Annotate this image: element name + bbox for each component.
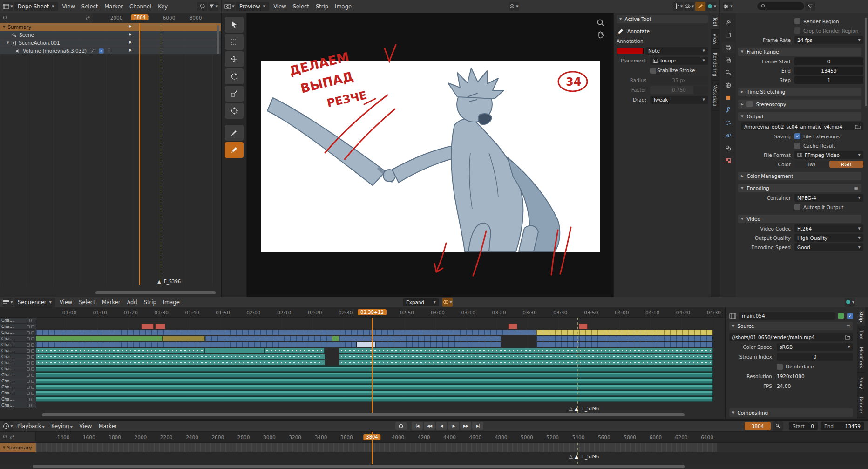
sequencer-timeline-area[interactable]: 01:0001:1001:2001:3001:4001:5002:0002:10…	[0, 307, 725, 419]
editor-type-button[interactable]: ▼	[3, 2, 13, 11]
channel-mute-icon[interactable]	[31, 374, 34, 377]
section-encoding[interactable]: ▼Encoding≡	[738, 184, 861, 192]
move-tool[interactable]	[225, 51, 244, 67]
preview-display-dropdown[interactable]: Preview▼	[236, 2, 269, 11]
object-tab-icon[interactable]	[722, 92, 735, 103]
properties-filter-icon[interactable]	[805, 2, 815, 11]
channel-lock-icon[interactable]	[27, 361, 30, 365]
cache-view-dropdown[interactable]: Expand▼	[403, 298, 439, 306]
sequencer-menu-select[interactable]: Select	[75, 298, 98, 307]
strip-blue[interactable]	[339, 336, 501, 341]
strip-teal[interactable]	[339, 354, 713, 360]
annotation-layer-dropdown[interactable]: Note▼	[645, 47, 708, 55]
overlays-toggle-icon[interactable]: ▼	[684, 2, 694, 11]
strip-blue[interactable]	[205, 336, 332, 341]
file-extensions-checkbox[interactable]: ✓	[794, 133, 800, 139]
timeline-lower-area[interactable]: △ ▲ F_5396	[0, 452, 868, 464]
jump-to-start-button[interactable]: |◀	[412, 422, 423, 430]
render-tab-icon[interactable]	[722, 29, 735, 41]
strip-red[interactable]	[508, 324, 518, 329]
section-time-stretching[interactable]: ▶Time Stretching	[738, 88, 861, 96]
transform-tool[interactable]	[225, 103, 244, 119]
toggle-option-rgb[interactable]: RGB	[829, 161, 864, 168]
source-section-header[interactable]: ▼Source≡	[729, 322, 853, 330]
strip-green[interactable]	[36, 336, 163, 341]
autosplit-output-checkbox[interactable]	[794, 204, 800, 210]
sequencer-menu-add[interactable]: Add	[123, 298, 140, 307]
dope-v-scrollbar[interactable]	[217, 25, 219, 54]
tweak-tool[interactable]	[225, 17, 244, 33]
pivot-point-icon[interactable]: ▼	[509, 2, 519, 11]
rotate-tool[interactable]	[225, 68, 244, 84]
channel-mute-icon[interactable]	[31, 343, 34, 347]
channel-mute-icon[interactable]	[31, 349, 34, 353]
channel-row-scene[interactable]: Scene◆	[0, 31, 221, 39]
marker-triangle-icon[interactable]: △	[569, 454, 573, 459]
sequencer-view-dropdown[interactable]: Sequencer▼	[14, 298, 55, 307]
properties-search-input[interactable]	[757, 2, 804, 10]
channel-lock-icon[interactable]	[27, 392, 30, 395]
strip-mute-checkbox[interactable]: ✓	[847, 313, 853, 319]
strip-teal2[interactable]	[36, 372, 713, 378]
channel-lock-icon[interactable]	[27, 355, 30, 359]
strip-red[interactable]	[141, 324, 153, 329]
modifiers-tab-icon[interactable]	[722, 105, 735, 116]
container-dropdown[interactable]: MPEG-4▼	[794, 194, 863, 202]
play-reverse-button[interactable]: ◀	[436, 422, 447, 430]
strip-blue[interactable]	[36, 330, 536, 335]
preview-menu-view[interactable]: View	[270, 2, 289, 11]
channel-row-volume-morevna6-3-032[interactable]: Volume (morevna6.3.032)✓◆	[0, 47, 221, 54]
encoding-speed-dropdown[interactable]: Good▼	[794, 243, 863, 251]
sequencer-channel-row[interactable]: Cha...	[0, 390, 36, 396]
marker-triangle-icon[interactable]: ▲	[575, 406, 578, 411]
keyframe-diamond-icon[interactable]: ◆	[129, 32, 131, 36]
fcurve-icon[interactable]	[91, 48, 96, 54]
editor-type-button[interactable]: ▼	[3, 421, 13, 431]
tool-tab-icon[interactable]	[722, 17, 735, 28]
preview-menu-select[interactable]: Select	[289, 2, 312, 11]
auto-keying-button[interactable]	[395, 422, 407, 430]
annotate-tool[interactable]	[225, 142, 244, 158]
strip-teal2[interactable]	[36, 378, 713, 384]
sequencer-channel-row[interactable]: Cha...	[0, 324, 36, 329]
frame-rate-dropdown[interactable]: 24 fps▼	[794, 36, 863, 44]
frame-end-field[interactable]: End13459	[821, 422, 864, 430]
channel-lock-icon[interactable]	[27, 343, 30, 347]
channel-mute-icon[interactable]	[31, 367, 34, 371]
sequencer-menu-marker[interactable]: Marker	[99, 298, 124, 307]
channel-mute-icon[interactable]	[31, 380, 34, 383]
channel-row-summary[interactable]: ▼Summary◆	[0, 23, 221, 31]
strip-color-tag[interactable]	[838, 313, 844, 319]
sequencer-menu-view[interactable]: View	[56, 298, 75, 307]
annotation-color-swatch[interactable]	[617, 48, 644, 54]
channel-mute-icon[interactable]	[31, 404, 34, 407]
dope-menu-marker[interactable]: Marker	[101, 2, 126, 11]
scale-tool[interactable]	[225, 86, 244, 102]
jump-to-end-button[interactable]: ▶|	[472, 422, 483, 430]
keyframe-diamond-icon[interactable]: ◆	[129, 48, 131, 52]
channel-mute-icon[interactable]	[31, 398, 34, 401]
strip-teal2[interactable]	[36, 384, 713, 390]
dope-menu-view[interactable]: View	[59, 2, 78, 11]
strip-blue[interactable]	[536, 336, 713, 341]
marker-triangle-icon[interactable]: ▲	[157, 279, 161, 284]
panel-tab-tool[interactable]: Tool	[857, 326, 865, 343]
filter-icon[interactable]: ▼	[208, 2, 218, 11]
step-field[interactable]: 1	[794, 76, 863, 84]
pin-icon[interactable]	[107, 48, 111, 53]
dope-marker-label[interactable]: F_5396	[164, 279, 181, 284]
strip-teal2[interactable]	[36, 396, 713, 402]
deinterlace-checkbox[interactable]	[777, 364, 783, 370]
onion-skin-icon[interactable]	[197, 2, 207, 11]
select-box-tool[interactable]	[225, 34, 244, 50]
channel-lock-icon[interactable]	[27, 374, 30, 377]
channel-mute-icon[interactable]	[31, 392, 34, 395]
section-frame-range[interactable]: ▼Frame Range	[738, 48, 861, 56]
keying-set-icon[interactable]	[773, 421, 783, 431]
timeline-h-scrollbar[interactable]	[33, 465, 685, 468]
invert-filter-icon[interactable]: ⇄	[86, 15, 90, 21]
frame-start-field[interactable]: Start0	[789, 422, 818, 430]
prev-keyframe-button[interactable]: ◀◀	[424, 422, 435, 430]
scene-tab-icon[interactable]	[722, 67, 735, 78]
channel-lock-icon[interactable]	[27, 386, 30, 389]
